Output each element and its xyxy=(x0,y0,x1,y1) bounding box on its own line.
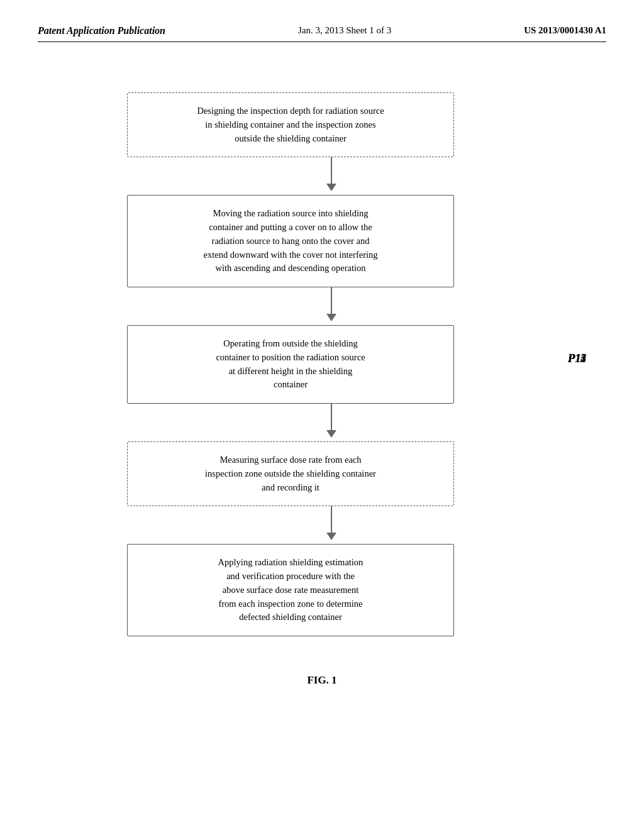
step-p15-box: Applying radiation shielding estimationa… xyxy=(127,544,454,636)
arrow-4 xyxy=(168,506,495,544)
step-p14-row: Measuring surface dose rate from eachins… xyxy=(108,441,536,506)
patent-number-label: US 2013/0001430 A1 xyxy=(524,25,606,36)
arrow-3-head xyxy=(326,430,336,438)
step-p13-box: Operating from outside the shieldingcont… xyxy=(127,325,454,404)
arrow-1-line xyxy=(331,157,332,184)
step-p13-row: Operating from outside the shieldingcont… xyxy=(108,325,536,404)
step-p12-row: Moving the radiation source into shieldi… xyxy=(108,195,536,287)
step-p15-row: Applying radiation shielding estimationa… xyxy=(108,544,536,636)
step-p11-box: Designing the inspection depth for radia… xyxy=(127,92,454,157)
step-p14-text: Measuring surface dose rate from eachins… xyxy=(205,455,376,492)
figure-caption: FIG. 1 xyxy=(38,674,606,687)
arrow-3 xyxy=(168,404,495,441)
step-p12-box: Moving the radiation source into shieldi… xyxy=(127,195,454,287)
step-p14-box: Measuring surface dose rate from eachins… xyxy=(127,441,454,506)
step-p15-text: Applying radiation shielding estimationa… xyxy=(218,557,364,622)
step-p11-row: Designing the inspection depth for radia… xyxy=(108,92,536,157)
arrow-2 xyxy=(168,287,495,325)
arrow-1-head xyxy=(326,184,336,191)
arrow-2-head xyxy=(326,314,336,321)
arrow-4-line xyxy=(331,506,332,533)
publication-label: Patent Application Publication xyxy=(38,25,165,36)
step-p11-text: Designing the inspection depth for radia… xyxy=(197,106,384,143)
step-p12-text: Moving the radiation source into shieldi… xyxy=(203,208,377,273)
arrow-3-line xyxy=(331,404,332,430)
arrow-4-head xyxy=(326,533,336,540)
page-header: Patent Application Publication Jan. 3, 2… xyxy=(38,25,606,42)
step-p13-text: Operating from outside the shieldingcont… xyxy=(216,338,365,389)
date-sheet-label: Jan. 3, 2013 Sheet 1 of 3 xyxy=(298,25,391,36)
page: Patent Application Publication Jan. 3, 2… xyxy=(0,0,644,830)
arrow-2-line xyxy=(331,287,332,314)
flowchart: Designing the inspection depth for radia… xyxy=(108,80,536,636)
arrow-1 xyxy=(168,157,495,195)
step-p15-label: P15 xyxy=(568,351,586,365)
